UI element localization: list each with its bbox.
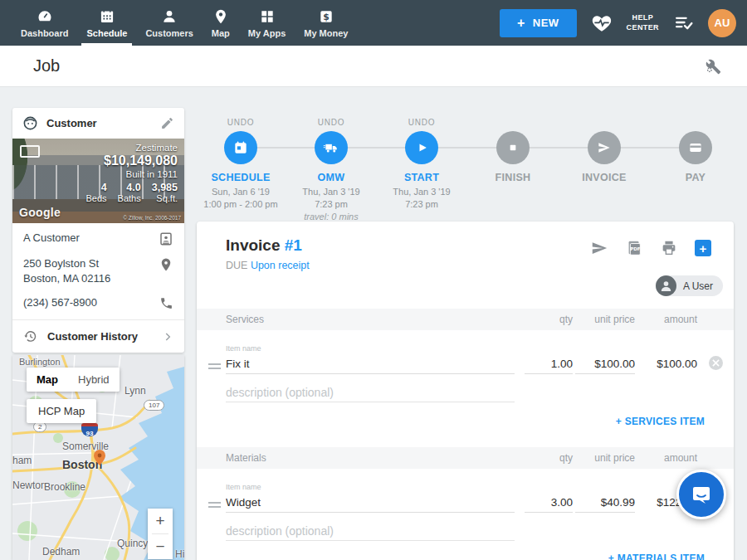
nav-label: Map bbox=[212, 28, 230, 38]
undo-omw-button[interactable]: UNDO bbox=[286, 118, 377, 128]
help-center-link[interactable]: HELP CENTER bbox=[627, 13, 659, 32]
map-type-switch: Map Hybrid bbox=[27, 368, 120, 392]
nav-label: Schedule bbox=[86, 28, 127, 38]
invoice-due: DUE Upon receipt bbox=[226, 260, 310, 271]
customer-history-label: Customer History bbox=[47, 330, 138, 343]
nav-item-my-money[interactable]: $ My Money bbox=[295, 0, 357, 46]
material-description-input[interactable] bbox=[226, 521, 515, 541]
svg-text:PDF: PDF bbox=[630, 246, 641, 251]
item-name-label: Item name bbox=[226, 483, 261, 491]
step-omw: UNDO OMW Thu, Jan 3 '19 7:23 pm travel: … bbox=[286, 108, 377, 223]
nav-item-map[interactable]: Map bbox=[203, 0, 239, 46]
map-label-lynn: Lynn bbox=[124, 385, 146, 397]
invoice-number[interactable]: #1 bbox=[285, 236, 302, 254]
pdf-icon[interactable]: PDF bbox=[625, 239, 643, 257]
customer-face-icon bbox=[22, 115, 38, 131]
google-watermark: Google bbox=[19, 206, 61, 219]
zoom-in-button[interactable]: + bbox=[148, 509, 173, 533]
customer-history-row[interactable]: Customer History bbox=[12, 319, 184, 353]
service-item-name-input[interactable] bbox=[226, 354, 515, 374]
map-type-map-button[interactable]: Map bbox=[27, 368, 68, 392]
add-invoice-button[interactable]: + bbox=[695, 240, 711, 256]
baths-label: Baths bbox=[118, 193, 141, 203]
customer-card-title: Customer bbox=[46, 117, 152, 129]
contact-card-icon[interactable] bbox=[159, 231, 173, 246]
start-step-button[interactable] bbox=[405, 131, 438, 164]
list-check-icon[interactable] bbox=[673, 12, 694, 33]
page-header: Job bbox=[0, 46, 747, 87]
qty-column-header: qty bbox=[559, 452, 573, 464]
zestimate-label: Zestimate bbox=[86, 143, 178, 153]
step-invoice: INVOICE bbox=[559, 108, 650, 183]
nav-right-cluster: + NEW HELP CENTER AU bbox=[500, 0, 747, 46]
person-icon bbox=[659, 279, 673, 293]
route-shield-107: 107 bbox=[144, 400, 164, 411]
due-value-link[interactable]: Upon receipt bbox=[251, 260, 310, 271]
phone-icon[interactable] bbox=[159, 296, 173, 310]
undo-schedule-button[interactable]: UNDO bbox=[195, 118, 286, 128]
nav-item-schedule[interactable]: Schedule bbox=[77, 0, 136, 46]
user-avatar[interactable]: AU bbox=[708, 9, 736, 37]
add-materials-item-link[interactable]: + MATERIALS ITEM bbox=[608, 553, 705, 560]
drag-handle[interactable] bbox=[208, 499, 221, 510]
step-dates: Thu, Jan 3 '19 7:23 pm travel: 0 mins bbox=[286, 186, 377, 223]
chat-launcher-button[interactable] bbox=[676, 470, 726, 519]
location-pin-icon[interactable] bbox=[159, 257, 173, 272]
map-label-burlington: Burlington bbox=[19, 357, 61, 367]
pay-step-button[interactable] bbox=[679, 131, 712, 164]
invoice-title: Invoice #1 bbox=[226, 236, 302, 255]
assignee-chip[interactable]: A User bbox=[656, 275, 723, 296]
step-dates: Thu, Jan 3 '19 7:23 pm bbox=[376, 186, 467, 211]
schedule-step-button[interactable] bbox=[224, 131, 257, 164]
hcp-map-button[interactable]: HCP Map bbox=[27, 399, 96, 423]
step-start: UNDO START Thu, Jan 3 '19 7:23 pm bbox=[376, 108, 467, 211]
step-dates: Sun, Jan 6 '19 1:00 pm - 2:00 pm bbox=[195, 186, 286, 211]
job-settings-wrench-icon[interactable] bbox=[704, 57, 722, 75]
svg-text:$: $ bbox=[323, 11, 330, 22]
send-invoice-icon[interactable] bbox=[590, 239, 608, 257]
item-name-label: Item name bbox=[226, 344, 261, 353]
new-button[interactable]: + NEW bbox=[500, 9, 577, 37]
service-qty-input[interactable] bbox=[525, 354, 573, 374]
schedule-icon bbox=[99, 8, 115, 25]
add-services-item-link[interactable]: + SERVICES ITEM bbox=[616, 416, 705, 427]
service-description-input[interactable] bbox=[226, 382, 515, 402]
material-item-name-input[interactable] bbox=[226, 493, 515, 513]
nav-item-dashboard[interactable]: Dashboard bbox=[12, 0, 77, 46]
map-type-hybrid-button[interactable]: Hybrid bbox=[68, 368, 120, 392]
delete-service-item-button[interactable] bbox=[709, 356, 723, 370]
edit-pencil-icon[interactable] bbox=[160, 116, 174, 130]
job-location-pin bbox=[94, 450, 105, 465]
zoom-out-button[interactable]: − bbox=[148, 534, 173, 559]
nav-item-customers[interactable]: Customers bbox=[136, 0, 202, 46]
nav-item-my-apps[interactable]: My Apps bbox=[239, 0, 295, 46]
omw-step-button[interactable] bbox=[315, 131, 348, 164]
customer-name-row: A Customer bbox=[12, 223, 184, 249]
invoice-actions: PDF + bbox=[590, 239, 711, 257]
calendar-icon bbox=[232, 139, 249, 156]
map-label-hi: Hi bbox=[175, 548, 184, 560]
material-qty-input[interactable] bbox=[525, 493, 573, 513]
chat-bubble-icon bbox=[691, 484, 712, 505]
nav-label: My Money bbox=[304, 28, 348, 38]
street-view-icon[interactable] bbox=[20, 145, 40, 158]
beds-label: Beds bbox=[86, 193, 107, 203]
materials-header: Materials qty unit price amount bbox=[197, 447, 734, 469]
material-unit-price-input[interactable] bbox=[575, 493, 635, 513]
customer-phone: (234) 567-8900 bbox=[23, 295, 97, 310]
service-unit-price-input[interactable] bbox=[575, 354, 635, 374]
invoice-step-button[interactable] bbox=[588, 131, 621, 164]
heart-pulse-icon[interactable] bbox=[591, 12, 613, 34]
step-finish: FINISH bbox=[467, 108, 559, 183]
drag-handle[interactable] bbox=[208, 361, 221, 372]
print-icon[interactable] bbox=[660, 239, 678, 257]
step-label: FINISH bbox=[467, 172, 559, 183]
map-widget[interactable]: Burlington Lynn 107 2 93 Somerville ham … bbox=[12, 355, 184, 560]
help-line2: CENTER bbox=[627, 23, 659, 32]
undo-start-button[interactable]: UNDO bbox=[376, 118, 467, 128]
finish-step-button[interactable] bbox=[496, 131, 530, 164]
unit-price-column-header: unit price bbox=[594, 452, 635, 464]
address-line1: 250 Boylston St bbox=[23, 256, 110, 271]
amount-column-header: amount bbox=[664, 452, 697, 464]
money-icon: $ bbox=[318, 8, 334, 25]
